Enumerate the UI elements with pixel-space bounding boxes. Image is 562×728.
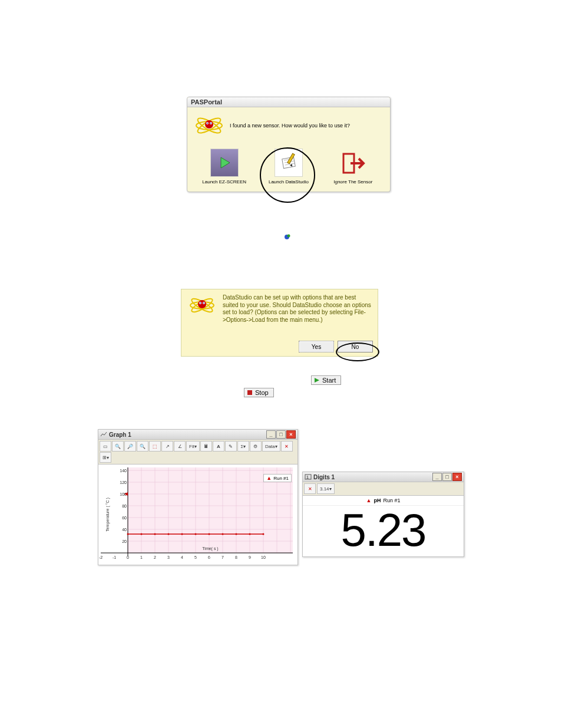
graph-xlabel: Time( s )	[202, 546, 218, 551]
maximize-button[interactable]: □	[442, 473, 452, 481]
pasportal-body: I found a new sensor. How would you like…	[187, 107, 390, 192]
legend-run-label: Run #1	[273, 476, 289, 481]
launch-datastudio-option[interactable]: Launch DataStudio	[259, 149, 318, 185]
atom-mascot-icon	[187, 293, 217, 319]
zoom-out-icon[interactable]: 🔎	[124, 441, 136, 452]
autoscale-icon[interactable]: ⬚	[149, 441, 161, 452]
svg-text:1: 1	[140, 555, 143, 559]
svg-point-3	[205, 120, 213, 129]
delete-icon[interactable]: ✕	[304, 483, 316, 494]
zoom-select-icon[interactable]: 🔍	[137, 441, 148, 452]
launch-datastudio-label: Launch DataStudio	[269, 179, 309, 185]
atom-mascot-icon	[194, 113, 224, 138]
svg-point-82	[249, 533, 251, 535]
select-tool-icon[interactable]: ▭	[100, 441, 111, 452]
start-label: Start	[322, 377, 336, 384]
svg-point-17	[287, 235, 290, 238]
maximize-button[interactable]: □	[276, 430, 286, 439]
svg-text:1: 1	[306, 475, 309, 479]
svg-point-80	[222, 533, 224, 535]
data-dropdown[interactable]: Data ▾	[262, 441, 280, 452]
svg-text:10: 10	[261, 555, 266, 559]
digits-legend-run: Run #1	[383, 498, 400, 503]
svg-point-25	[203, 302, 204, 304]
digits-window: 1 Digits 1 _ □ × ✕ 3.14 ▾ ▲ pH Run #1 5.…	[302, 472, 464, 557]
svg-point-74	[141, 533, 143, 535]
pasportal-titlebar: PASPortal	[187, 97, 390, 107]
triangle-marker-icon: ▲	[266, 475, 272, 481]
digits-legend-name: pH	[373, 498, 381, 503]
start-button[interactable]: Start	[311, 375, 341, 385]
stop-label: Stop	[255, 389, 269, 396]
svg-point-21	[198, 300, 206, 308]
no-button[interactable]: No	[338, 341, 373, 353]
fit-dropdown[interactable]: Fit ▾	[186, 441, 200, 452]
svg-text:8: 8	[235, 555, 237, 559]
svg-text:5: 5	[194, 555, 197, 559]
options-load-text: DataStudio can be set up with options th…	[223, 294, 373, 324]
triangle-marker-icon: ▲	[366, 498, 372, 503]
minimize-button[interactable]: _	[432, 473, 442, 481]
graph-titlebar[interactable]: Graph 1 _ □ ×	[98, 430, 297, 440]
options-icon[interactable]: ⊞▾	[100, 452, 111, 463]
delete-icon[interactable]: ✕	[281, 441, 293, 452]
svg-point-73	[127, 533, 129, 535]
zoom-in-icon[interactable]: 🔍	[112, 441, 124, 452]
format-dropdown[interactable]: 3.14 ▾	[317, 483, 335, 494]
digits-titlebar[interactable]: 1 Digits 1 _ □ ×	[303, 472, 464, 482]
svg-text:60: 60	[122, 516, 127, 520]
svg-point-81	[236, 533, 237, 535]
yes-button[interactable]: Yes	[299, 341, 334, 353]
svg-text:-1: -1	[113, 555, 116, 559]
close-button[interactable]: ×	[286, 430, 296, 439]
svg-marker-8	[221, 157, 230, 168]
text-edit-icon[interactable]: ✎	[225, 441, 237, 452]
graph-title: Graph 1	[109, 431, 131, 438]
svg-point-79	[209, 533, 210, 535]
slope-tool-icon[interactable]: ∠	[174, 441, 186, 452]
svg-text:7: 7	[222, 555, 224, 559]
graph-legend[interactable]: ▲ Run #1	[263, 474, 292, 482]
pasportal-message: I found a new sensor. How would you like…	[230, 123, 350, 129]
note-icon[interactable]: A	[213, 441, 224, 452]
svg-text:40: 40	[122, 528, 127, 532]
svg-text:9: 9	[249, 555, 251, 559]
graph-plot-area[interactable]: 20406080100120140 -2-1012345678910 Tempe…	[98, 465, 297, 565]
svg-point-78	[195, 533, 197, 535]
exit-icon	[339, 150, 366, 177]
svg-marker-26	[315, 378, 319, 383]
settings-icon[interactable]: ⚙	[250, 441, 262, 452]
minimize-button[interactable]: _	[266, 430, 276, 439]
svg-point-6	[207, 123, 208, 124]
svg-text:4: 4	[181, 555, 183, 559]
axis-tool-icon[interactable]: ↗	[161, 441, 173, 452]
calculator-icon[interactable]: 🖩	[200, 441, 212, 452]
svg-point-76	[168, 533, 170, 535]
digits-value: 5.23	[303, 506, 464, 556]
digits-window-icon: 1	[305, 474, 312, 480]
svg-text:0: 0	[127, 555, 129, 559]
svg-text:3: 3	[167, 555, 170, 559]
close-button[interactable]: ×	[452, 473, 462, 481]
svg-point-83	[263, 533, 265, 535]
datastudio-small-icon	[283, 233, 291, 241]
options-load-dialog: DataStudio can be set up with options th…	[181, 289, 378, 357]
stop-button[interactable]: Stop	[244, 388, 274, 397]
launch-ezscreen-option[interactable]: Launch EZ-SCREEN	[195, 149, 254, 185]
svg-point-77	[181, 533, 183, 535]
notebook-pencil-icon	[275, 149, 303, 177]
graph-window: Graph 1 _ □ × ▭ 🔍 🔎 🔍 ⬚ ↗ ∠ Fit ▾ 🖩 A ✎ …	[98, 429, 298, 565]
graph-toolbar: ▭ 🔍 🔎 🔍 ⬚ ↗ ∠ Fit ▾ 🖩 A ✎ Σ▾ ⚙ Data ▾ ✕ …	[98, 440, 297, 465]
play-icon	[210, 149, 239, 177]
svg-text:120: 120	[120, 480, 127, 485]
digits-title: Digits 1	[313, 474, 335, 480]
svg-point-7	[210, 123, 211, 124]
launch-ezscreen-label: Launch EZ-SCREEN	[202, 179, 246, 185]
svg-text:6: 6	[208, 555, 210, 559]
stop-icon	[247, 390, 253, 396]
ignore-sensor-option[interactable]: Ignore The Sensor	[323, 150, 382, 185]
pasportal-dialog: PASPortal I found a new sensor. How	[187, 97, 391, 192]
sigma-dropdown[interactable]: Σ▾	[237, 441, 249, 452]
svg-rect-27	[247, 390, 252, 395]
svg-point-75	[154, 533, 156, 535]
